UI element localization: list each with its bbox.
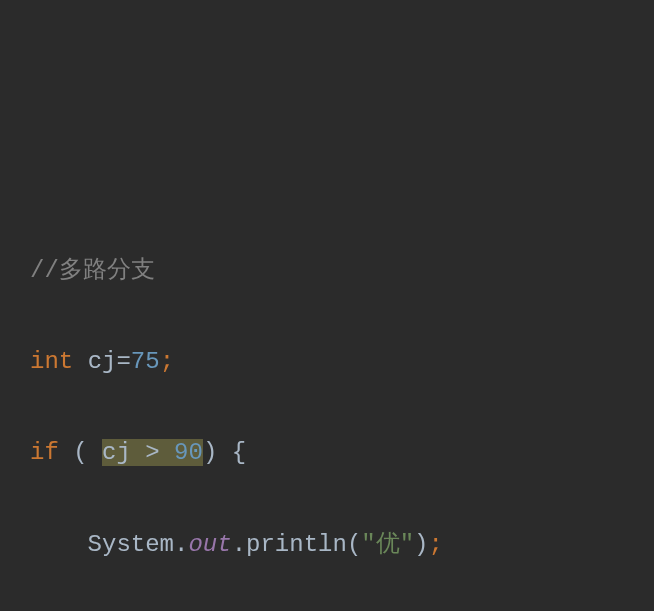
paren-open: ( — [347, 531, 361, 558]
operator-gt: > — [145, 439, 159, 466]
space — [217, 439, 231, 466]
dot: . — [174, 531, 188, 558]
paren-close: ) — [203, 439, 217, 466]
class-system: System — [88, 531, 174, 558]
comment-slashes: // — [30, 257, 59, 284]
brace-open: { — [232, 439, 246, 466]
assign-op: = — [116, 348, 130, 375]
method-println: println — [246, 531, 347, 558]
paren-open: ( — [73, 439, 102, 466]
comment-text: 多路分支 — [59, 257, 155, 284]
code-line-3[interactable]: if ( cj > 90) { — [10, 430, 644, 476]
variable-name: cj — [88, 348, 117, 375]
number-literal: 75 — [131, 348, 160, 375]
paren-close: ) — [414, 531, 428, 558]
indent — [30, 531, 88, 558]
space — [59, 439, 73, 466]
semicolon: ; — [160, 348, 174, 375]
variable-ref: cj — [102, 439, 131, 466]
space — [73, 348, 87, 375]
keyword-if: if — [30, 439, 59, 466]
code-line-2[interactable]: int cj=75; — [10, 339, 644, 385]
semicolon: ; — [429, 531, 443, 558]
keyword-int: int — [30, 348, 73, 375]
dot: . — [232, 531, 246, 558]
code-editor[interactable]: //多路分支 int cj=75; if ( cj > 90) { System… — [10, 202, 644, 611]
code-line-4[interactable]: System.out.println("优"); — [10, 522, 644, 568]
field-out: out — [188, 531, 231, 558]
string-literal: "优" — [361, 531, 414, 558]
space — [160, 439, 174, 466]
number-literal: 90 — [174, 439, 203, 466]
code-line-1[interactable]: //多路分支 — [10, 248, 644, 294]
space — [131, 439, 145, 466]
